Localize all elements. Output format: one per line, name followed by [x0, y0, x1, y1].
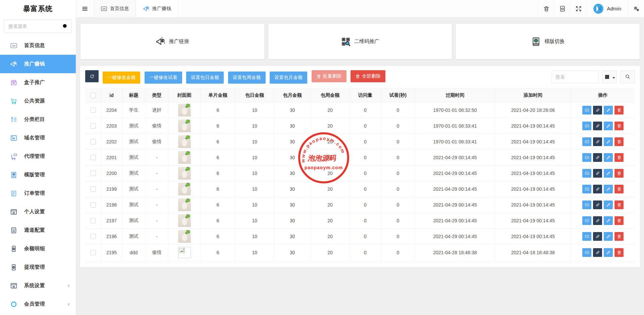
columns-toggle-button[interactable] [602, 71, 617, 83]
link-button[interactable] [593, 232, 602, 241]
edit-button[interactable] [604, 185, 613, 193]
play-button[interactable] [582, 153, 591, 162]
edit-icon [606, 203, 611, 207]
sidebar-item-member[interactable]: 会员管理 [0, 295, 76, 313]
row-checkbox[interactable] [91, 234, 96, 239]
sidebar-item-domain[interactable]: 域名管理 [0, 129, 76, 147]
row-checkbox[interactable] [91, 107, 96, 113]
link-button[interactable] [593, 248, 602, 257]
row-checkbox[interactable] [91, 218, 96, 223]
cover-thumbnail[interactable] [178, 214, 191, 227]
delete-button[interactable] [614, 137, 624, 146]
sidebar-item-home[interactable]: 首页信息 [0, 36, 76, 55]
sidebar-item-order[interactable]: 订单管理 [0, 184, 76, 203]
modify-preview-button[interactable]: 一键修改试看 [145, 72, 182, 84]
cover-thumbnail[interactable] [178, 120, 191, 132]
sidebar-item-category[interactable]: 分类栏目 [0, 110, 76, 129]
row-checkbox[interactable] [91, 139, 96, 144]
edit-button[interactable] [604, 200, 613, 209]
link-button[interactable] [593, 153, 602, 162]
delete-button[interactable] [614, 200, 624, 209]
row-checkbox[interactable] [91, 155, 96, 160]
delete-button[interactable] [614, 185, 624, 193]
edit-button[interactable] [604, 122, 613, 130]
delete-button[interactable] [614, 248, 624, 257]
tab-promo[interactable]: 推广赚钱 [136, 0, 178, 17]
delete-button[interactable] [614, 232, 624, 241]
sidebar-item-system[interactable]: 系统设置 [0, 276, 76, 295]
row-checkbox[interactable] [91, 171, 96, 176]
table-search-button[interactable] [620, 71, 635, 83]
play-button[interactable] [582, 122, 591, 130]
link-button[interactable] [593, 200, 602, 209]
link-button[interactable] [593, 106, 602, 115]
row-checkbox[interactable] [91, 250, 96, 255]
batch-delete-button[interactable]: 批量删除 [312, 70, 346, 82]
row-checkbox[interactable] [91, 202, 96, 208]
delete-button[interactable] [614, 216, 624, 225]
cover-thumbnail[interactable] [178, 135, 191, 148]
table-search-input[interactable] [552, 71, 599, 83]
user-menu[interactable]: Admin [586, 0, 628, 17]
edit-button[interactable] [604, 232, 613, 241]
refresh-button[interactable] [85, 70, 99, 82]
set-day-price-button[interactable]: 设置包日金额 [186, 72, 224, 84]
sidebar-item-promo[interactable]: 推广赚钱 [0, 55, 76, 73]
edit-button[interactable] [604, 216, 613, 225]
play-button[interactable] [582, 232, 591, 241]
promo-card-2[interactable]: 模版切换 [455, 24, 640, 59]
play-button[interactable] [582, 200, 591, 209]
delete-all-button[interactable]: 全部删除 [351, 70, 385, 82]
cover-thumbnail[interactable] [178, 183, 191, 195]
play-button[interactable] [582, 216, 591, 225]
sidebar-item-profile[interactable]: 个人设置 [0, 203, 76, 221]
row-checkbox[interactable] [91, 186, 96, 192]
clear-button[interactable] [538, 0, 554, 17]
settings-button[interactable] [628, 0, 644, 17]
link-button[interactable] [593, 169, 602, 178]
sidebar-item-resource[interactable]: 公共资源 [0, 92, 76, 110]
sidebar-item-box[interactable]: 盒子推广 [0, 73, 76, 92]
row-checkbox[interactable] [91, 123, 96, 129]
fullscreen-button[interactable] [570, 0, 586, 17]
cover-thumbnail[interactable] [178, 151, 191, 164]
play-button[interactable] [582, 169, 591, 178]
link-button[interactable] [593, 185, 602, 193]
link-button[interactable] [593, 122, 602, 130]
delete-button[interactable] [614, 153, 624, 162]
set-week-price-button[interactable]: 设置包周金额 [228, 72, 266, 84]
set-month-price-button[interactable]: 设置包月金额 [270, 72, 307, 84]
cover-thumbnail[interactable] [178, 198, 191, 211]
gears-icon [633, 5, 640, 12]
play-button[interactable] [582, 248, 591, 257]
tab-home[interactable]: 首页信息 [94, 0, 136, 17]
link-button[interactable] [593, 137, 602, 146]
refresh-page-button[interactable] [554, 0, 570, 17]
promo-card-0[interactable]: 推广链接 [80, 24, 265, 59]
modify-amount-button[interactable]: 一键修改金额 [103, 72, 140, 84]
broken-image-icon[interactable] [178, 247, 191, 258]
play-button[interactable] [582, 185, 591, 193]
edit-button[interactable] [604, 169, 613, 178]
edit-button[interactable] [604, 248, 613, 257]
sidebar-item-channel[interactable]: 通道配置 [0, 221, 76, 239]
cover-thumbnail[interactable] [178, 230, 191, 243]
delete-button[interactable] [614, 106, 624, 115]
edit-button[interactable] [604, 137, 613, 146]
sidebar-item-balance[interactable]: 余额明细 [0, 239, 76, 258]
delete-button[interactable] [614, 169, 624, 178]
link-button[interactable] [593, 216, 602, 225]
edit-button[interactable] [604, 153, 613, 162]
select-all-checkbox[interactable] [91, 93, 96, 98]
cover-thumbnail[interactable] [178, 104, 191, 117]
promo-card-1[interactable]: 二维码推广 [268, 24, 452, 59]
play-button[interactable] [582, 137, 591, 146]
play-button[interactable] [582, 106, 591, 115]
edit-button[interactable] [604, 106, 613, 115]
menu-toggle-button[interactable] [76, 0, 94, 17]
cover-thumbnail[interactable] [178, 167, 191, 180]
delete-button[interactable] [614, 122, 624, 130]
sidebar-item-template[interactable]: 模版管理 [0, 166, 76, 184]
sidebar-item-agent[interactable]: 代理管理 [0, 147, 76, 166]
sidebar-item-withdraw[interactable]: 提现管理 [0, 258, 76, 276]
